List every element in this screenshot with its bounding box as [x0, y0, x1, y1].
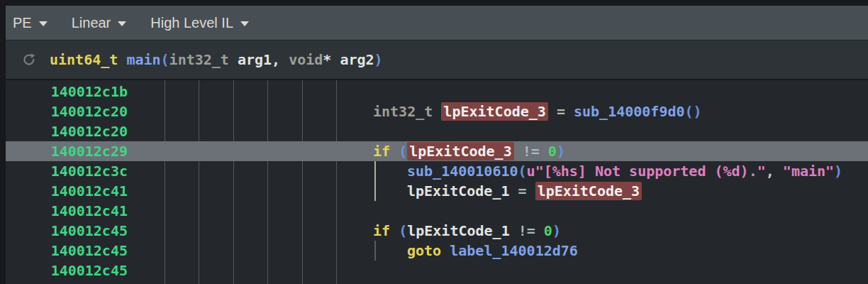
code-token[interactable]: sub_14000f9d0: [574, 103, 685, 120]
code-row[interactable]: 140012c41lpExitCode_1 = lpExitCode_3: [6, 181, 868, 201]
signature-token[interactable]: [118, 51, 126, 68]
hlil-code-view[interactable]: 140012c1b140012c20int32_t lpExitCode_3 =…: [6, 80, 868, 284]
address[interactable]: 140012c41: [6, 201, 128, 221]
highlighted-variable-token[interactable]: lpExitCode_3: [407, 142, 514, 160]
code-token[interactable]: ,: [766, 163, 783, 180]
highlighted-variable-token[interactable]: lpExitCode_3: [535, 182, 642, 200]
chevron-down-icon: [118, 21, 126, 26]
view-menu-linear[interactable]: Linear: [72, 15, 127, 31]
code-row[interactable]: 140012c3csub_140010610(u"[%hs] Not suppo…: [6, 161, 868, 181]
address[interactable]: 140012c45: [6, 261, 128, 280]
code-token[interactable]: "main": [783, 163, 834, 180]
menu-label: Linear: [72, 15, 111, 31]
code-line: goto label_140012d76: [407, 241, 578, 261]
signature-token[interactable]: arg1,: [229, 51, 289, 68]
linear-view-pane: PELinearHigh Level IL uint64_t main(int3…: [6, 6, 868, 284]
chevron-down-icon: [39, 21, 48, 26]
refresh-icon[interactable]: [21, 52, 37, 67]
signature-token[interactable]: main: [126, 51, 160, 68]
chevron-down-icon: [240, 21, 249, 26]
code-token[interactable]: (: [399, 143, 407, 160]
code-token[interactable]: sub_140010610: [407, 163, 518, 180]
code-token[interactable]: [390, 222, 399, 239]
address[interactable]: 140012c41: [6, 181, 128, 201]
code-row[interactable]: 140012c20int32_t lpExitCode_3 = sub_1400…: [6, 102, 868, 121]
code-token[interactable]: lpExitCode_1: [407, 182, 510, 200]
signature-token[interactable]: * arg2: [323, 51, 374, 68]
code-token[interactable]: =: [548, 103, 574, 120]
code-row-current[interactable]: 140012c29if (lpExitCode_3 != 0): [6, 141, 868, 161]
address[interactable]: 140012c3c: [6, 161, 128, 181]
code-line: if (lpExitCode_3 != 0): [373, 141, 565, 161]
code-token[interactable]: (: [518, 163, 527, 180]
code-row[interactable]: 140012c1b: [6, 82, 868, 102]
code-token[interactable]: 0: [544, 222, 552, 239]
code-token[interactable]: if: [373, 222, 390, 239]
menu-label: High Level IL: [150, 15, 233, 31]
code-token[interactable]: u"[%hs] Not supported (%d).": [527, 163, 766, 180]
code-token[interactable]: ): [552, 222, 561, 239]
signature-token[interactable]: (: [161, 51, 169, 68]
code-line: int32_t lpExitCode_3 = sub_14000f9d0(): [373, 102, 702, 121]
code-row[interactable]: 140012c45goto label_140012d76: [6, 241, 868, 261]
code-token[interactable]: 0: [548, 143, 557, 160]
indent-guide: [374, 181, 376, 201]
code-token[interactable]: ): [834, 163, 842, 180]
address[interactable]: 140012c45: [6, 241, 128, 261]
address[interactable]: 140012c1b: [6, 82, 128, 102]
code-line: lpExitCode_1 = lpExitCode_3: [407, 181, 642, 201]
code-token[interactable]: if: [373, 143, 390, 160]
code-rows: 140012c1b140012c20int32_t lpExitCode_3 =…: [6, 82, 868, 280]
code-row[interactable]: 140012c20: [6, 121, 868, 141]
code-token[interactable]: !=: [514, 143, 548, 160]
code-token[interactable]: ): [557, 143, 565, 160]
view-menu-pe[interactable]: PE: [13, 15, 48, 31]
code-row[interactable]: 140012c45if (lpExitCode_1 != 0): [6, 221, 868, 241]
code-token[interactable]: goto: [407, 242, 441, 259]
signature-token[interactable]: void: [289, 51, 323, 68]
code-token[interactable]: int32_t: [373, 103, 433, 120]
code-token[interactable]: (: [399, 222, 407, 239]
address[interactable]: 140012c20: [6, 102, 128, 121]
code-row[interactable]: 140012c41: [6, 201, 868, 221]
function-signature[interactable]: uint64_t main(int32_t arg1, void* arg2): [50, 51, 383, 68]
code-row[interactable]: 140012c45: [6, 261, 868, 280]
code-token[interactable]: [441, 242, 450, 259]
binary-ninja-window: PELinearHigh Level IL uint64_t main(int3…: [0, 0, 868, 284]
function-signature-bar: uint64_t main(int32_t arg1, void* arg2): [6, 40, 868, 80]
signature-token[interactable]: uint64_t: [50, 51, 118, 68]
menu-label: PE: [13, 15, 32, 31]
address[interactable]: 140012c29: [6, 141, 128, 161]
code-line: if (lpExitCode_1 != 0): [373, 221, 561, 241]
code-token[interactable]: (): [685, 103, 702, 120]
view-menu-high-level-il[interactable]: High Level IL: [150, 15, 249, 31]
view-toolbar: PELinearHigh Level IL: [6, 6, 868, 40]
signature-token[interactable]: int32_t: [169, 51, 229, 68]
code-token[interactable]: [433, 103, 441, 120]
code-token[interactable]: label_140012d76: [450, 242, 578, 259]
indent-guide: [374, 161, 376, 181]
code-token[interactable]: [390, 143, 399, 160]
code-token[interactable]: lpExitCode_1: [407, 222, 510, 239]
signature-token[interactable]: ): [374, 51, 383, 68]
code-token[interactable]: !=: [510, 222, 544, 239]
indent-guide: [374, 241, 376, 261]
code-line: sub_140010610(u"[%hs] Not supported (%d)…: [407, 161, 842, 181]
highlighted-variable-token[interactable]: lpExitCode_3: [441, 102, 548, 121]
code-token[interactable]: =: [510, 182, 535, 200]
address[interactable]: 140012c20: [6, 121, 128, 141]
address[interactable]: 140012c45: [6, 221, 128, 241]
